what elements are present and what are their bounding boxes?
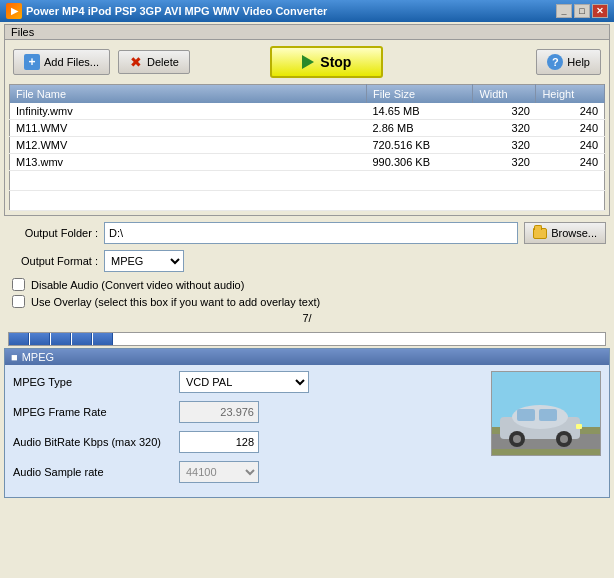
delete-button[interactable]: ✖ Delete xyxy=(118,50,190,74)
progress-segment-2 xyxy=(30,333,50,345)
restore-button[interactable]: □ xyxy=(574,4,590,18)
audio-sample-rate-select[interactable]: 44100 22050 11025 xyxy=(179,461,259,483)
col-header-name: File Name xyxy=(10,85,367,104)
settings-header: ■ MPEG xyxy=(5,349,609,365)
file-name-cell: M13.wmv xyxy=(10,154,367,171)
title-bar: ▶ Power MP4 iPod PSP 3GP AVI MPG WMV Vid… xyxy=(0,0,614,22)
svg-point-10 xyxy=(560,435,568,443)
mpeg-frame-rate-label: MPEG Frame Rate xyxy=(13,406,173,418)
output-format-label: Output Format : xyxy=(8,255,98,267)
folder-icon xyxy=(533,228,547,239)
audio-sample-rate-label: Audio Sample rate xyxy=(13,466,173,478)
progress-segment-3 xyxy=(51,333,71,345)
file-name-cell: M12.WMV xyxy=(10,137,367,154)
settings-fields: MPEG Type VCD PAL VCD NTSC DVD PAL DVD N… xyxy=(13,371,483,491)
app-icon: ▶ xyxy=(6,3,22,19)
file-height-cell: 240 xyxy=(536,137,605,154)
file-width-cell: 320 xyxy=(473,103,536,120)
svg-rect-11 xyxy=(576,424,582,429)
progress-text: 7/ xyxy=(302,312,311,324)
table-row: M12.WMV 720.516 KB 320 240 xyxy=(10,137,605,154)
file-height-cell: 240 xyxy=(536,120,605,137)
use-overlay-checkbox[interactable] xyxy=(12,295,25,308)
svg-rect-6 xyxy=(539,409,557,421)
output-folder-input[interactable] xyxy=(104,222,518,244)
window-title: Power MP4 iPod PSP 3GP AVI MPG WMV Video… xyxy=(26,5,327,17)
col-header-width: Width xyxy=(473,85,536,104)
file-height-cell: 240 xyxy=(536,103,605,120)
table-row-empty xyxy=(10,191,605,211)
table-row: M13.wmv 990.306 KB 320 240 xyxy=(10,154,605,171)
col-header-height: Height xyxy=(536,85,605,104)
file-size-cell: 14.65 MB xyxy=(367,103,473,120)
file-width-cell: 320 xyxy=(473,137,536,154)
progress-segment-4 xyxy=(72,333,92,345)
audio-bitrate-input[interactable] xyxy=(179,431,259,453)
close-button[interactable]: ✕ xyxy=(592,4,608,18)
mpeg-type-label: MPEG Type xyxy=(13,376,173,388)
file-width-cell: 320 xyxy=(473,120,536,137)
output-format-select[interactable]: MPEG AVI MP4 WMV MOV xyxy=(104,250,184,272)
delete-icon: ✖ xyxy=(129,55,143,69)
table-row: M11.WMV 2.86 MB 320 240 xyxy=(10,120,605,137)
browse-button[interactable]: Browse... xyxy=(524,222,606,244)
file-name-cell: M11.WMV xyxy=(10,120,367,137)
add-files-icon: + xyxy=(24,54,40,70)
preview-image xyxy=(491,371,601,456)
help-button[interactable]: ? Help xyxy=(536,49,601,75)
minimize-button[interactable]: _ xyxy=(556,4,572,18)
svg-point-8 xyxy=(513,435,521,443)
mpeg-frame-rate-input xyxy=(179,401,259,423)
table-row: Infinity.wmv 14.65 MB 320 240 xyxy=(10,103,605,120)
file-name-cell: Infinity.wmv xyxy=(10,103,367,120)
file-size-cell: 990.306 KB xyxy=(367,154,473,171)
svg-rect-5 xyxy=(517,409,535,421)
file-size-cell: 2.86 MB xyxy=(367,120,473,137)
files-section-label: Files xyxy=(5,25,609,40)
progress-bar xyxy=(8,332,606,346)
help-icon: ? xyxy=(547,54,563,70)
file-height-cell: 240 xyxy=(536,154,605,171)
progress-segment-1 xyxy=(9,333,29,345)
file-table: File Name File Size Width Height Infinit… xyxy=(9,84,605,211)
file-width-cell: 320 xyxy=(473,154,536,171)
use-overlay-label: Use Overlay (select this box if you want… xyxy=(31,296,320,308)
disable-audio-checkbox[interactable] xyxy=(12,278,25,291)
mpeg-type-select[interactable]: VCD PAL VCD NTSC DVD PAL DVD NTSC SVCD P… xyxy=(179,371,309,393)
play-icon xyxy=(302,55,314,69)
settings-panel: ■ MPEG MPEG Type VCD PAL VCD NTSC DVD PA… xyxy=(4,348,610,498)
disable-audio-label: Disable Audio (Convert video without aud… xyxy=(31,279,244,291)
add-files-button[interactable]: + Add Files... xyxy=(13,49,110,75)
audio-bitrate-label: Audio BitRate Kbps (max 320) xyxy=(13,436,173,448)
table-row-empty xyxy=(10,171,605,191)
stop-button[interactable]: Stop xyxy=(270,46,383,78)
col-header-size: File Size xyxy=(367,85,473,104)
progress-segment-5 xyxy=(93,333,113,345)
output-folder-label: Output Folder : xyxy=(8,227,98,239)
file-size-cell: 720.516 KB xyxy=(367,137,473,154)
